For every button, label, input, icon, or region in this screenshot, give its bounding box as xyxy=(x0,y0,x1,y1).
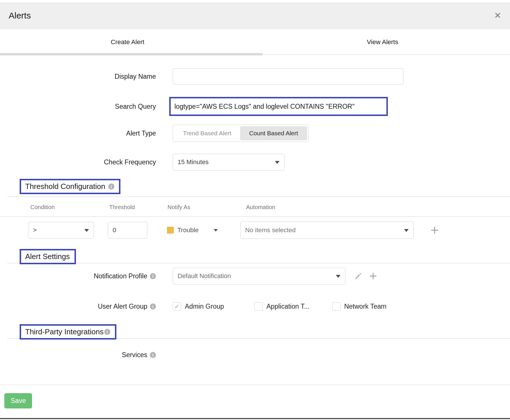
chevron-down-icon xyxy=(404,229,409,232)
alert-type-label: Alert Type xyxy=(0,130,156,137)
services-row: Services i xyxy=(0,351,510,359)
notification-profile-value: Default Notification xyxy=(178,272,231,280)
threshold-row: > Trouble No items selected xyxy=(0,217,510,239)
info-icon[interactable]: i xyxy=(150,352,156,358)
user-alert-group-label: User Alert Group xyxy=(98,303,147,310)
tab-bar: Create Alert View Alerts xyxy=(0,29,510,55)
threshold-configuration-title: Threshold Configuration xyxy=(25,182,105,191)
modal-header: Alerts ✕ xyxy=(0,2,510,29)
info-icon[interactable]: i xyxy=(104,329,110,335)
threshold-input[interactable] xyxy=(108,222,147,239)
notification-profile-label-group: Notification Profile i xyxy=(0,272,156,280)
condition-value: > xyxy=(33,226,37,234)
notification-profile-row: Notification Profile i Default Notificat… xyxy=(0,268,510,284)
info-icon[interactable]: i xyxy=(150,303,156,310)
check-frequency-label: Check Frequency xyxy=(0,158,156,166)
services-label: Services xyxy=(122,351,147,359)
checkbox-admin-group[interactable]: ✓ Admin Group xyxy=(173,302,224,311)
third-party-section: Third-Party Integrations i Services i xyxy=(0,324,510,359)
checkbox-label: Network Team xyxy=(344,303,387,310)
active-tab-indicator xyxy=(0,53,263,55)
notify-as-value: Trouble xyxy=(177,226,199,234)
alert-settings-section: Alert Settings Notification Profile i De… xyxy=(0,249,510,311)
threshold-configuration-section: Threshold Configuration i Condition Thre… xyxy=(0,179,510,239)
checkbox-label: Application T... xyxy=(267,303,310,310)
check-frequency-select[interactable]: 15 Minutes xyxy=(173,154,284,170)
checkbox-unchecked-icon[interactable] xyxy=(254,302,263,311)
chevron-down-icon xyxy=(336,275,340,278)
threshold-table-headers: Condition Threshold Notify As Automation xyxy=(0,197,510,216)
third-party-title: Third-Party Integrations xyxy=(25,327,104,336)
display-name-label: Display Name xyxy=(0,73,156,80)
notify-as-select[interactable]: Trouble xyxy=(167,226,218,234)
pencil-icon xyxy=(354,272,362,280)
alert-type-toggle: Trend Based Alert Count Based Alert xyxy=(173,125,308,142)
checkbox-label: Admin Group xyxy=(185,303,224,310)
check-frequency-value: 15 Minutes xyxy=(178,158,209,166)
automation-value: No items selected xyxy=(245,226,296,234)
checkbox-network-team[interactable]: Network Team xyxy=(332,302,387,311)
tab-view-alerts[interactable]: View Alerts xyxy=(255,29,510,55)
close-icon[interactable]: ✕ xyxy=(494,11,501,20)
trouble-color-swatch xyxy=(167,227,174,234)
column-header-condition: Condition xyxy=(30,204,109,211)
notification-profile-label: Notification Profile xyxy=(94,272,147,280)
user-alert-group-label-group: User Alert Group i xyxy=(0,303,156,310)
chevron-down-icon xyxy=(214,229,218,232)
display-name-row: Display Name xyxy=(0,68,510,85)
search-query-row: Search Query xyxy=(0,97,510,116)
info-icon[interactable]: i xyxy=(150,273,156,279)
edit-notification-profile-button[interactable] xyxy=(354,272,362,280)
services-label-group: Services i xyxy=(0,351,156,359)
tab-create-alert[interactable]: Create Alert xyxy=(0,29,255,55)
plus-icon xyxy=(430,225,440,235)
alert-type-row: Alert Type Trend Based Alert Count Based… xyxy=(0,125,510,142)
window-bottom-edge xyxy=(0,418,510,419)
alert-type-option-count[interactable]: Count Based Alert xyxy=(240,126,307,140)
plus-icon xyxy=(368,271,378,281)
add-threshold-row-button[interactable] xyxy=(430,225,440,235)
automation-select[interactable]: No items selected xyxy=(240,222,414,239)
footer: Save xyxy=(0,385,510,408)
info-icon[interactable]: i xyxy=(108,183,114,190)
condition-select[interactable]: > xyxy=(28,222,94,239)
third-party-heading: Third-Party Integrations i xyxy=(20,324,116,340)
alert-settings-title: Alert Settings xyxy=(25,252,70,261)
notification-profile-select[interactable]: Default Notification xyxy=(173,268,345,284)
checkbox-application-team[interactable]: Application T... xyxy=(254,302,310,311)
checkbox-checked-icon[interactable]: ✓ xyxy=(173,302,181,311)
column-header-threshold: Threshold xyxy=(109,204,167,211)
search-query-label: Search Query xyxy=(0,103,156,110)
save-button[interactable]: Save xyxy=(4,393,32,408)
user-alert-group-row: User Alert Group i ✓ Admin Group Applica… xyxy=(0,302,510,311)
display-name-input[interactable] xyxy=(173,68,403,85)
check-frequency-row: Check Frequency 15 Minutes xyxy=(0,154,510,170)
alert-type-option-trend[interactable]: Trend Based Alert xyxy=(174,127,240,140)
chevron-down-icon xyxy=(84,229,89,232)
chevron-down-icon xyxy=(275,161,280,164)
alert-settings-heading: Alert Settings xyxy=(20,249,76,264)
column-header-automation: Automation xyxy=(246,204,275,211)
search-query-input[interactable] xyxy=(171,103,386,110)
column-header-notify-as: Notify As xyxy=(167,204,246,211)
page-title: Alerts xyxy=(9,11,31,20)
section-divider xyxy=(7,263,510,263)
threshold-configuration-heading: Threshold Configuration i xyxy=(20,179,120,194)
search-query-highlight-box xyxy=(169,97,388,116)
checkbox-unchecked-icon[interactable] xyxy=(332,302,340,311)
add-notification-profile-button[interactable] xyxy=(368,271,378,281)
